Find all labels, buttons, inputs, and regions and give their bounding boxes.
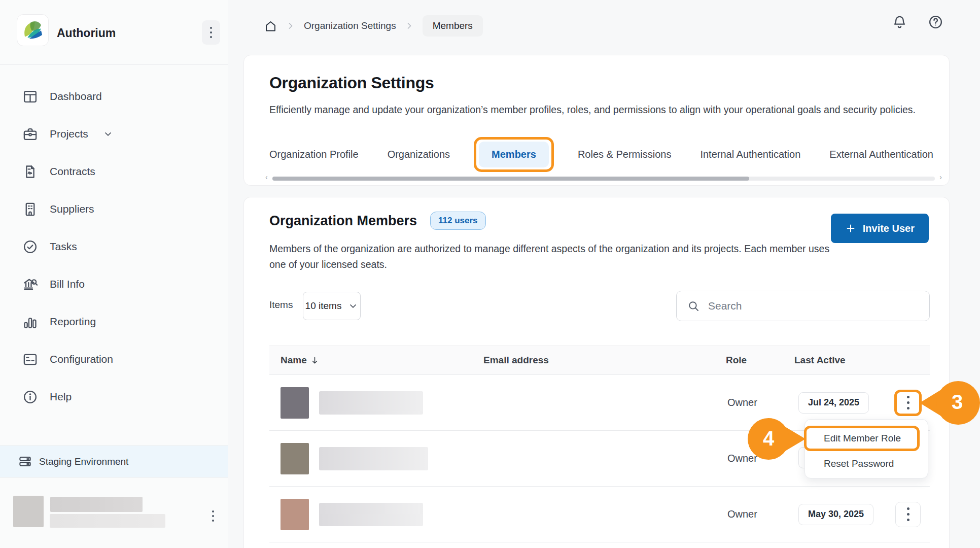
topbar: Organization Settings Members bbox=[228, 0, 980, 49]
sidebar-item-contracts[interactable]: Contracts bbox=[0, 153, 228, 190]
sidebar-item-reporting[interactable]: Reporting bbox=[0, 303, 228, 340]
annotation-step-4: 4 bbox=[748, 417, 806, 461]
sidebar-item-label: Configuration bbox=[50, 353, 113, 365]
environment-label: Staging Environment bbox=[39, 456, 128, 467]
users-count-badge: 112 users bbox=[430, 212, 486, 230]
authorium-logo-icon bbox=[17, 14, 49, 46]
avatar bbox=[281, 499, 309, 530]
profile-kebab-icon[interactable] bbox=[204, 504, 222, 528]
user-profile[interactable] bbox=[0, 487, 228, 548]
sidebar-item-help[interactable]: Help bbox=[0, 378, 228, 416]
page-description: Efficiently manage and update your organ… bbox=[269, 102, 929, 118]
org-members-card: Organization Members 112 users Members o… bbox=[243, 197, 950, 548]
profile-name-placeholder bbox=[50, 497, 143, 512]
tab-organizations[interactable]: Organizations bbox=[388, 149, 450, 160]
scroll-left-arrow-icon[interactable]: ‹ bbox=[265, 173, 268, 181]
section-title: Organization Members bbox=[269, 213, 417, 229]
row-actions-menu: Edit Member Role Reset Password bbox=[804, 419, 928, 478]
sidebar-item-configuration[interactable]: Configuration bbox=[0, 340, 228, 378]
bank-search-icon bbox=[22, 277, 38, 292]
sidebar-item-projects[interactable]: Projects bbox=[0, 115, 228, 153]
invite-user-label: Invite User bbox=[863, 223, 915, 234]
tab-members[interactable]: Members bbox=[479, 142, 549, 167]
tabs-scrollbar: ‹ › bbox=[266, 176, 941, 181]
sidebar-nav: Dashboard Projects Contracts Suppliers T… bbox=[0, 78, 228, 416]
row-actions-kebab-icon[interactable] bbox=[894, 390, 922, 416]
search-input[interactable] bbox=[708, 300, 919, 312]
sidebar-item-dashboard[interactable]: Dashboard bbox=[0, 78, 228, 115]
chevron-right-icon bbox=[404, 21, 414, 31]
briefcase-icon bbox=[22, 126, 38, 142]
plus-icon bbox=[845, 223, 856, 234]
sidebar-item-bill-info[interactable]: Bill Info bbox=[0, 265, 228, 303]
page-title: Organization Settings bbox=[269, 74, 434, 92]
sidebar-item-label: Reporting bbox=[50, 316, 96, 328]
app-window: Authorium Dashboard Projects Contracts S… bbox=[0, 0, 980, 548]
sidebar-item-label: Tasks bbox=[50, 241, 77, 253]
column-last-active[interactable]: Last Active bbox=[794, 355, 893, 366]
tab-roles-permissions[interactable]: Roles & Permissions bbox=[578, 149, 672, 160]
column-name[interactable]: Name bbox=[281, 355, 483, 366]
row-actions-kebab-icon[interactable] bbox=[895, 502, 921, 527]
scroll-right-arrow-icon[interactable]: › bbox=[939, 173, 942, 181]
items-label: Items bbox=[269, 299, 293, 311]
breadcrumb-org-settings[interactable]: Organization Settings bbox=[304, 20, 396, 31]
search-icon bbox=[687, 299, 700, 313]
notifications-bell-icon[interactable] bbox=[892, 14, 907, 30]
menu-item-edit-member-role[interactable]: Edit Member Role bbox=[804, 426, 920, 451]
chevron-right-icon bbox=[286, 21, 296, 31]
profile-email-placeholder bbox=[50, 514, 165, 528]
tab-external-authentication[interactable]: External Authentication bbox=[829, 149, 933, 160]
list-controls: Items 10 items bbox=[269, 291, 930, 321]
chevron-down-icon bbox=[348, 301, 358, 311]
section-description: Members of the organization are authoriz… bbox=[269, 241, 848, 272]
brand-name: Authorium bbox=[57, 26, 116, 40]
name-placeholder bbox=[319, 447, 428, 470]
tab-members-wrap: Members bbox=[479, 142, 549, 167]
sidebar-item-label: Projects bbox=[50, 128, 88, 140]
scrollbar-thumb[interactable] bbox=[272, 177, 749, 181]
dashboard-icon bbox=[22, 89, 38, 105]
items-per-page-select[interactable]: 10 items bbox=[303, 292, 361, 320]
info-circle-icon bbox=[22, 389, 38, 405]
settings-tabs: Organization Profile Organizations Membe… bbox=[269, 142, 933, 167]
sidebar-item-label: Suppliers bbox=[50, 203, 94, 215]
sidebar-menu-kebab-icon[interactable] bbox=[202, 20, 220, 45]
table-row: Owner May 30, 2025 bbox=[269, 487, 930, 542]
name-placeholder bbox=[319, 503, 423, 526]
items-per-page-value: 10 items bbox=[305, 300, 342, 312]
contract-icon bbox=[22, 164, 38, 180]
sidebar-item-label: Bill Info bbox=[50, 278, 85, 290]
avatar bbox=[13, 496, 44, 527]
home-icon[interactable] bbox=[264, 19, 277, 33]
bar-chart-icon bbox=[22, 314, 38, 330]
tab-internal-authentication[interactable]: Internal Authentication bbox=[700, 149, 800, 160]
sidebar-item-suppliers[interactable]: Suppliers bbox=[0, 190, 228, 228]
chevron-down-icon bbox=[103, 129, 113, 139]
table-header: Name Email address Role Last Active bbox=[269, 346, 930, 375]
column-role[interactable]: Role bbox=[726, 355, 794, 366]
annotation-step-3: 3 bbox=[920, 380, 980, 426]
breadcrumb-members: Members bbox=[423, 15, 483, 37]
check-circle-icon bbox=[22, 239, 38, 255]
breadcrumb: Organization Settings Members bbox=[264, 15, 483, 37]
name-placeholder bbox=[319, 391, 423, 415]
role-value: Owner bbox=[726, 397, 794, 408]
menu-item-reset-password[interactable]: Reset Password bbox=[824, 456, 894, 471]
sidebar-item-label: Dashboard bbox=[50, 90, 102, 102]
sort-descending-icon bbox=[310, 356, 320, 365]
building-icon bbox=[22, 201, 38, 217]
sidebar-item-tasks[interactable]: Tasks bbox=[0, 228, 228, 265]
card-settings-icon bbox=[22, 352, 38, 367]
sidebar-header: Authorium bbox=[0, 0, 228, 65]
invite-user-button[interactable]: Invite User bbox=[831, 214, 929, 243]
sidebar: Authorium Dashboard Projects Contracts S… bbox=[0, 0, 228, 548]
column-email[interactable]: Email address bbox=[483, 355, 726, 366]
tab-organization-profile[interactable]: Organization Profile bbox=[269, 149, 359, 160]
avatar bbox=[281, 443, 309, 474]
last-active-chip: Jul 24, 2025 bbox=[798, 392, 869, 414]
search-box bbox=[676, 291, 930, 321]
sidebar-item-label: Contracts bbox=[50, 165, 95, 178]
help-circle-icon[interactable] bbox=[928, 14, 943, 30]
environment-banner[interactable]: Staging Environment bbox=[0, 446, 228, 477]
